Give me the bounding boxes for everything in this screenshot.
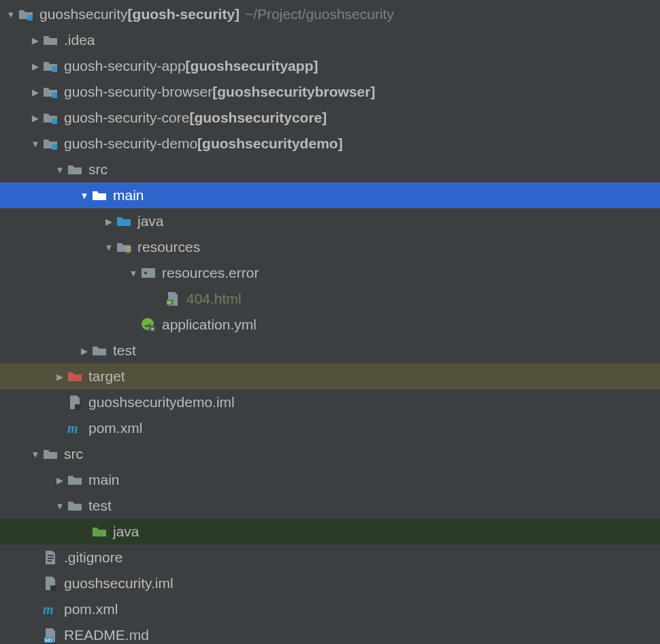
chevron-right-icon[interactable]: ▶ bbox=[78, 346, 91, 356]
chevron-right-icon[interactable]: ▶ bbox=[29, 87, 42, 97]
tree-label: pom.xml bbox=[88, 420, 142, 436]
chevron-down-icon[interactable]: ▼ bbox=[4, 10, 18, 20]
folder-icon bbox=[92, 344, 107, 357]
tree-label: 404.html bbox=[186, 291, 242, 307]
module-folder-icon bbox=[42, 58, 59, 74]
svg-text:MD: MD bbox=[45, 638, 52, 643]
iml-file-icon bbox=[44, 576, 57, 591]
svg-rect-4 bbox=[52, 144, 57, 150]
tree-label: src bbox=[88, 161, 108, 178]
tree-row[interactable]: ▶main bbox=[0, 467, 660, 493]
folder-icon bbox=[92, 189, 107, 202]
tree-row[interactable]: ▶guosh-security-browser [guoshsecuritybr… bbox=[0, 79, 660, 105]
chevron-right-icon[interactable]: ▶ bbox=[29, 61, 42, 71]
tree-row[interactable]: ▶target bbox=[0, 364, 660, 389]
svg-point-9 bbox=[144, 272, 147, 274]
svg-text:H: H bbox=[167, 300, 171, 305]
folder-icon bbox=[91, 342, 108, 359]
chevron-down-icon[interactable]: ▼ bbox=[53, 165, 67, 175]
folder-icon bbox=[42, 446, 59, 462]
chevron-down-icon[interactable]: ▼ bbox=[29, 139, 42, 149]
chevron-right-icon[interactable]: ▶ bbox=[102, 216, 116, 227]
tree-row[interactable]: java bbox=[0, 519, 660, 545]
tree-row[interactable]: guoshsecuritydemo.iml bbox=[0, 389, 660, 415]
chevron-right-icon[interactable]: ▶ bbox=[29, 113, 42, 123]
tree-label: pom.xml bbox=[64, 601, 118, 617]
folder-icon bbox=[43, 448, 58, 460]
tree-row[interactable]: ▼src bbox=[0, 157, 660, 182]
chevron-down-icon[interactable]: ▼ bbox=[78, 191, 91, 201]
tree-label: guoshsecuritydemo.iml bbox=[88, 394, 235, 410]
tree-label: target bbox=[88, 368, 125, 385]
md-file-icon: MD bbox=[42, 627, 59, 643]
svg-rect-2 bbox=[52, 93, 57, 98]
chevron-down-icon[interactable]: ▼ bbox=[127, 268, 140, 278]
svg-rect-0 bbox=[27, 15, 33, 20]
module-folder-icon bbox=[42, 110, 59, 126]
iml-file-icon bbox=[68, 395, 82, 410]
tree-row[interactable]: ▼test bbox=[0, 493, 660, 519]
html-file-icon: H bbox=[166, 291, 180, 306]
svg-point-14 bbox=[151, 327, 154, 330]
tree-label: src bbox=[64, 446, 83, 462]
chevron-down-icon[interactable]: ▼ bbox=[102, 242, 116, 253]
tree-row[interactable]: ▼src bbox=[0, 441, 660, 467]
tree-label: guosh-security-core bbox=[64, 110, 189, 126]
text-file-icon bbox=[44, 550, 57, 565]
test-folder-icon bbox=[92, 526, 107, 538]
excluded-folder-icon bbox=[67, 368, 83, 385]
tree-row[interactable]: ▶guosh-security-app [guoshsecurityapp] bbox=[0, 53, 660, 79]
tree-row[interactable]: ▼resources bbox=[0, 234, 660, 260]
tree-row[interactable]: ▼resources.error bbox=[0, 260, 660, 286]
tree-row[interactable]: ▶.idea bbox=[0, 27, 660, 53]
folder-icon bbox=[91, 187, 108, 204]
tree-row[interactable]: ▼guosh-security-demo [guoshsecuritydemo] bbox=[0, 131, 660, 157]
excluded-folder-icon bbox=[67, 370, 82, 383]
html-file-icon: H bbox=[165, 291, 181, 307]
tree-row[interactable]: mpom.xml bbox=[0, 415, 660, 441]
tree-row[interactable]: .gitignore bbox=[0, 545, 660, 570]
tree-row[interactable]: ▼guoshsecurity [guosh-security]~/Project… bbox=[0, 1, 660, 27]
tree-label: java bbox=[113, 524, 139, 540]
tree-row[interactable]: mpom.xml bbox=[0, 596, 660, 622]
chevron-down-icon[interactable]: ▼ bbox=[53, 501, 67, 511]
tree-label: README.md bbox=[64, 627, 149, 643]
module-folder-icon bbox=[18, 8, 33, 20]
module-folder-icon bbox=[42, 135, 59, 152]
tree-row[interactable]: ▶guosh-security-core [guoshsecuritycore] bbox=[0, 105, 660, 131]
tree-row[interactable]: ▼main bbox=[0, 182, 660, 208]
tree-row[interactable]: ▶java bbox=[0, 208, 660, 234]
maven-file-icon: m bbox=[43, 602, 58, 617]
tree-label: guosh-security-demo bbox=[64, 135, 197, 152]
tree-label: [guoshsecuritydemo] bbox=[197, 135, 343, 152]
package-icon bbox=[140, 265, 156, 281]
tree-label: guoshsecurity bbox=[39, 6, 128, 22]
tree-row[interactable]: ▶test bbox=[0, 338, 660, 364]
tree-row[interactable]: application.yml bbox=[0, 312, 660, 338]
tree-row[interactable]: guoshsecurity.iml bbox=[0, 570, 660, 596]
spring-config-icon bbox=[141, 317, 156, 332]
svg-rect-18 bbox=[48, 558, 54, 559]
markdown-file-icon: MD bbox=[44, 628, 57, 643]
module-folder-icon bbox=[42, 84, 59, 100]
tree-label: test bbox=[88, 498, 112, 514]
tree-row[interactable]: H404.html bbox=[0, 286, 660, 312]
package-icon bbox=[141, 267, 156, 279]
chevron-right-icon[interactable]: ▶ bbox=[53, 475, 67, 485]
chevron-right-icon[interactable]: ▶ bbox=[29, 35, 42, 46]
svg-rect-7 bbox=[126, 253, 130, 253]
tree-label: main bbox=[113, 187, 144, 204]
svg-rect-6 bbox=[126, 250, 131, 251]
tree-row[interactable]: MDREADME.md bbox=[0, 622, 660, 644]
chevron-right-icon[interactable]: ▶ bbox=[53, 372, 67, 382]
spring-file-icon bbox=[140, 317, 156, 333]
folder-icon bbox=[67, 472, 83, 488]
svg-rect-17 bbox=[48, 555, 54, 556]
chevron-down-icon[interactable]: ▼ bbox=[29, 449, 42, 460]
tree-label: main bbox=[88, 472, 120, 488]
svg-rect-3 bbox=[52, 118, 57, 124]
tree-label: [guosh-security] bbox=[128, 6, 240, 22]
svg-text:m: m bbox=[43, 602, 54, 617]
folder-icon bbox=[67, 161, 83, 178]
module-folder-icon bbox=[43, 86, 58, 98]
